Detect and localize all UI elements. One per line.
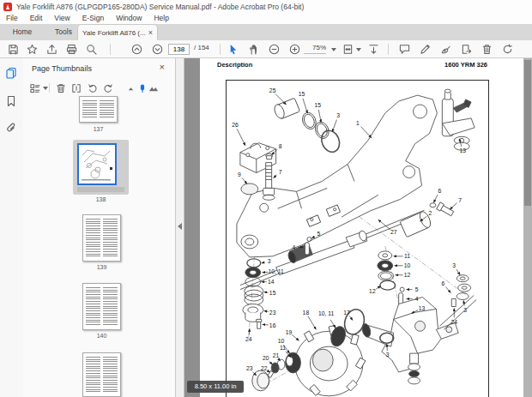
thumbnail-page-137[interactable]: [79, 96, 118, 123]
svg-text:7: 7: [279, 169, 282, 175]
svg-text:25: 25: [269, 87, 276, 93]
print-icon[interactable]: [65, 43, 78, 56]
svg-text:8: 8: [279, 143, 282, 149]
delete-pages-icon[interactable]: [56, 81, 68, 93]
star-icon[interactable]: [26, 43, 39, 56]
tab-bar: Home Tools Yale Forklift A876 (... ×: [0, 24, 532, 40]
next-page-icon[interactable]: [151, 43, 164, 56]
comment-icon[interactable]: [398, 43, 411, 56]
thumbnail-content: [103, 219, 118, 258]
svg-text:20: 20: [263, 355, 269, 361]
svg-text:11: 11: [404, 253, 410, 259]
zoom-out-icon[interactable]: [268, 43, 281, 56]
svg-text:24: 24: [245, 336, 252, 342]
thumbnail-selection-strip: [77, 187, 124, 192]
hand-tool-icon[interactable]: [247, 43, 260, 56]
menu-esign[interactable]: E-Sign: [76, 13, 111, 24]
tab-document[interactable]: Yale Forklift A876 (... ×: [77, 24, 158, 40]
menu-window[interactable]: Window: [110, 13, 148, 24]
tab-close-icon[interactable]: ×: [148, 25, 153, 41]
save-icon[interactable]: [7, 43, 20, 56]
thumbnail-number[interactable]: 139: [82, 264, 121, 270]
svg-text:18: 18: [303, 310, 310, 316]
thumbnail-page-140[interactable]: [82, 283, 121, 330]
thumbnail-number[interactable]: 140: [82, 333, 121, 339]
page-count-label: / 154: [194, 44, 209, 51]
thumbnail-page-138-selected[interactable]: [73, 140, 129, 195]
svg-text:24: 24: [451, 319, 458, 325]
svg-text:4: 4: [293, 244, 296, 250]
fill-sign-icon[interactable]: [439, 43, 452, 56]
collapse-panel-icon[interactable]: [178, 223, 182, 230]
request-signatures-icon[interactable]: [460, 43, 473, 56]
menu-view[interactable]: View: [48, 13, 76, 24]
menu-file[interactable]: File: [0, 13, 24, 24]
svg-text:10: 10: [404, 262, 411, 268]
svg-text:9: 9: [238, 171, 241, 177]
rotate-cw-icon[interactable]: [103, 81, 115, 93]
thumbnail-content: [86, 357, 100, 394]
thumbnail-page-next[interactable]: [82, 352, 121, 397]
panel-resize-strip[interactable]: [176, 58, 184, 397]
extract-pages-icon[interactable]: [71, 81, 83, 93]
page-size-overlay: 8.50 x 11.00 in: [187, 381, 244, 393]
svg-text:5: 5: [317, 231, 320, 237]
rotate-ccw-icon[interactable]: [88, 81, 100, 93]
panel-close-icon[interactable]: ×: [160, 62, 165, 72]
bookmarks-panel-icon[interactable]: [5, 95, 18, 108]
panel-title: Page Thumbnails: [32, 64, 92, 73]
toolbar-separator: [110, 44, 111, 55]
previous-page-icon[interactable]: [130, 43, 143, 56]
thumbnail-number[interactable]: 137: [79, 126, 118, 132]
svg-text:11: 11: [280, 345, 286, 351]
tab-home[interactable]: Home: [0, 24, 45, 40]
redo-icon[interactable]: [501, 43, 514, 56]
thumbnail-page-138[interactable]: [77, 143, 117, 185]
thumbnail-page-139[interactable]: [82, 214, 121, 262]
page-header-docnumber: 1600 YRM 326: [444, 61, 487, 69]
thumbnail-options-caret-icon[interactable]: [43, 87, 48, 90]
svg-text:3: 3: [268, 258, 271, 264]
delete-pages-icon[interactable]: [481, 43, 493, 56]
svg-text:13: 13: [459, 147, 466, 153]
navigation-rail: [0, 58, 23, 397]
select-tool-icon[interactable]: [227, 43, 239, 56]
share-icon[interactable]: [45, 43, 58, 56]
title-bar: Yale Forklift A876 (GLPGDP165-280DA) Ser…: [0, 0, 532, 13]
window-title: Yale Forklift A876 (GLPGDP165-280DA) Ser…: [16, 3, 304, 11]
page-header-section: Description: [217, 61, 252, 69]
reduce-thumbnails-icon[interactable]: [126, 81, 138, 93]
thumbnail-number[interactable]: 138: [82, 196, 120, 202]
zoom-in-icon[interactable]: [288, 43, 301, 56]
zoom-level-value[interactable]: 75%: [304, 44, 326, 54]
svg-text:16: 16: [269, 322, 276, 328]
fit-page-caret-icon[interactable]: [356, 48, 361, 51]
thumbnail-diagram-preview: [79, 145, 115, 183]
edit-pen-icon[interactable]: [419, 43, 432, 56]
thumbnail-size-pin-icon[interactable]: [137, 81, 149, 93]
enlarge-thumbnails-icon[interactable]: [148, 81, 160, 93]
vertical-scrollbar[interactable]: [523, 58, 532, 397]
svg-text:13: 13: [419, 305, 426, 311]
thumbnail-content: [103, 357, 118, 394]
fit-page-icon[interactable]: [342, 43, 354, 56]
scroll-mode-icon[interactable]: [367, 43, 380, 56]
zoom-dropdown-caret-icon[interactable]: [331, 48, 336, 51]
svg-text:15: 15: [269, 290, 276, 296]
svg-text:4: 4: [415, 296, 419, 302]
svg-text:1: 1: [356, 120, 360, 126]
svg-text:15: 15: [299, 91, 305, 97]
svg-text:17: 17: [343, 310, 350, 316]
attachments-panel-icon[interactable]: [5, 122, 18, 135]
thumbnail-options-icon[interactable]: [30, 81, 42, 93]
main-toolbar: / 154 75%: [0, 40, 532, 58]
svg-text:3: 3: [386, 352, 390, 358]
svg-text:10, 11: 10, 11: [268, 268, 284, 274]
menu-edit[interactable]: Edit: [24, 13, 49, 24]
page-thumbnails-panel-icon[interactable]: [5, 67, 18, 80]
menu-help[interactable]: Help: [148, 13, 174, 24]
search-icon[interactable]: [85, 43, 98, 56]
page-number-input[interactable]: [168, 44, 190, 55]
scrollbar-thumb[interactable]: [524, 60, 531, 206]
page-thumbnails-panel: Page Thumbnails × 137: [23, 58, 176, 397]
